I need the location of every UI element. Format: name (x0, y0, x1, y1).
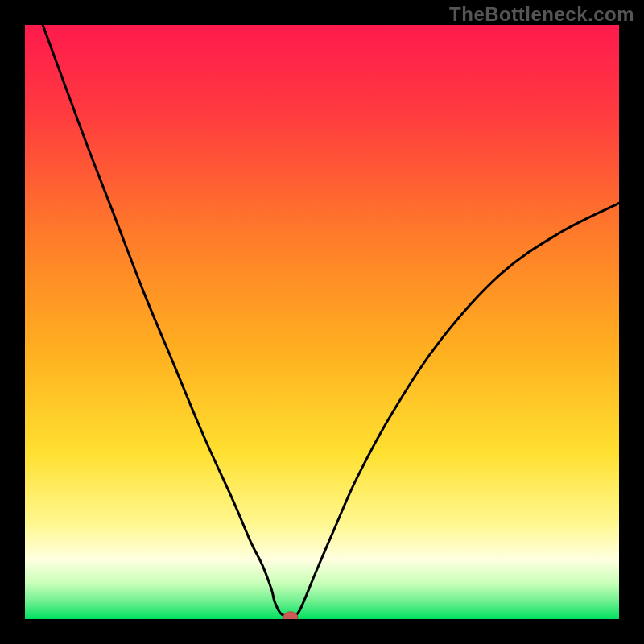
bottleneck-chart (25, 25, 619, 619)
optimal-point-marker (283, 612, 298, 619)
watermark-text: TheBottleneck.com (449, 3, 634, 26)
gradient-background (25, 25, 619, 619)
chart-frame: TheBottleneck.com (0, 0, 644, 644)
plot-area (25, 25, 619, 619)
